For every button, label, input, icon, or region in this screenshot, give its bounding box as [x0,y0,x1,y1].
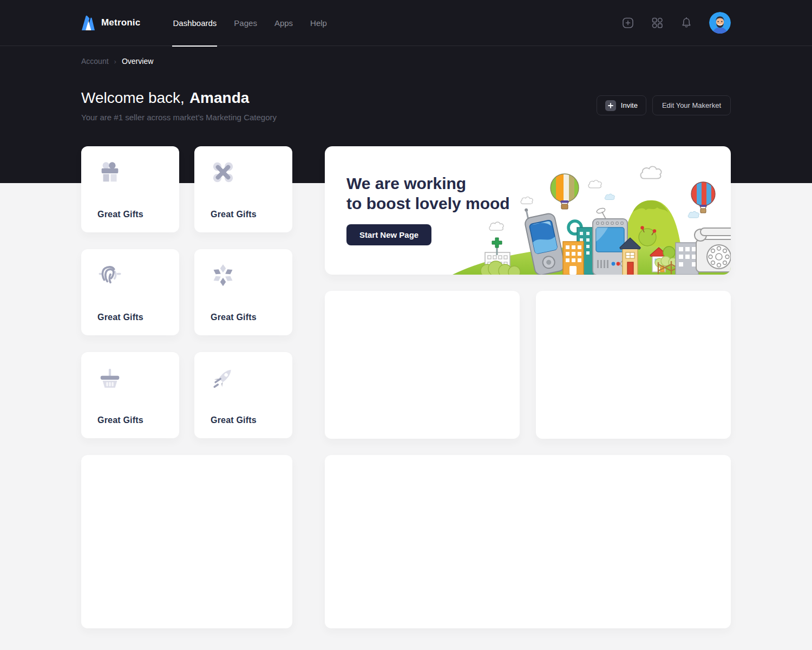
gift-card-label: Great Gifts [211,210,276,219]
banner-title: We are working to boost lovely mood [346,173,510,213]
gift-card-label: Great Gifts [97,210,163,219]
gift-card-1[interactable]: Great Gifts [81,146,179,232]
fingerprint-icon [97,263,122,288]
banner-title-line1: We are working [346,173,510,193]
rocket-icon [211,366,235,391]
right-column: We are working to boost lovely mood Star… [325,146,731,628]
orange-building [563,242,584,275]
main-nav: Dashboards Pages Apps Help [173,0,327,46]
gift-card-5[interactable]: Great Gifts [81,352,179,438]
top-bar: Metronic Dashboards Pages Apps Help [0,0,812,46]
balloon-orange-icon [551,174,579,209]
gray-building [676,243,698,275]
invite-label: Invite [621,101,638,109]
gift-card-label: Great Gifts [211,313,276,322]
greeting-name: Amanda [189,89,249,107]
rotary-phone-illustration [695,228,731,272]
drone-cross-icon [211,160,235,185]
nav-item-help[interactable]: Help [310,0,327,46]
nav-item-pages[interactable]: Pages [234,0,257,46]
metronic-logo-icon [81,15,95,31]
edit-market-label: Edit Your Makerket [662,101,721,109]
main-content: Great Gifts Great Gifts [81,146,731,628]
promo-banner: We are working to boost lovely mood Star… [325,146,731,275]
banner-title-line2: to boost lovely mood [346,193,510,213]
gift-card-4[interactable]: Great Gifts [194,249,292,335]
edit-market-button[interactable]: Edit Your Makerket [652,95,731,115]
user-avatar[interactable] [709,12,731,34]
nav-item-apps[interactable]: Apps [274,0,293,46]
add-square-icon[interactable] [621,16,634,29]
gift-card-2[interactable]: Great Gifts [194,146,292,232]
pinwheel-icon [211,263,235,288]
apps-grid-icon[interactable] [651,16,664,29]
avatar-image [709,12,731,34]
gift-card-grid: Great Gifts Great Gifts [81,146,292,628]
start-new-page-button[interactable]: Start New Page [346,224,431,245]
gift-card-label: Great Gifts [97,313,163,322]
breadcrumb: Account › Overview [81,57,731,66]
greeting-prefix: Welcome back, [81,89,185,107]
empty-panel-right [536,291,731,439]
invite-button[interactable]: Invite [597,95,646,115]
brand-name: Metronic [101,17,140,28]
bell-icon[interactable] [680,16,693,29]
mid-card-row [325,291,731,439]
empty-panel-wide [325,455,731,628]
gift-card-label: Great Gifts [211,415,276,425]
balloon-red-icon [691,182,715,213]
empty-panel-tall [81,455,292,628]
gift-card-3[interactable]: Great Gifts [81,249,179,335]
basket-icon [97,366,122,391]
breadcrumb-chevron-icon: › [114,57,116,66]
topbar-actions [621,12,731,34]
plus-icon [605,100,616,111]
welcome-block: Welcome back, Amanda Your are #1 seller … [81,89,277,122]
hero-actions: Invite Edit Your Makerket [597,95,731,122]
empty-panel-left [325,291,520,439]
gift-card-label: Great Gifts [97,415,163,425]
page-title: Welcome back, Amanda [81,89,277,107]
breadcrumb-overview: Overview [122,57,153,66]
page-subtitle: Your are #1 seller across market’s Marke… [81,113,277,122]
gift-card-6[interactable]: Great Gifts [194,352,292,438]
breadcrumb-account[interactable]: Account [81,57,109,66]
brand-logo[interactable]: Metronic [81,15,140,31]
nav-item-dashboards[interactable]: Dashboards [173,0,217,46]
gift-icon [97,160,122,185]
